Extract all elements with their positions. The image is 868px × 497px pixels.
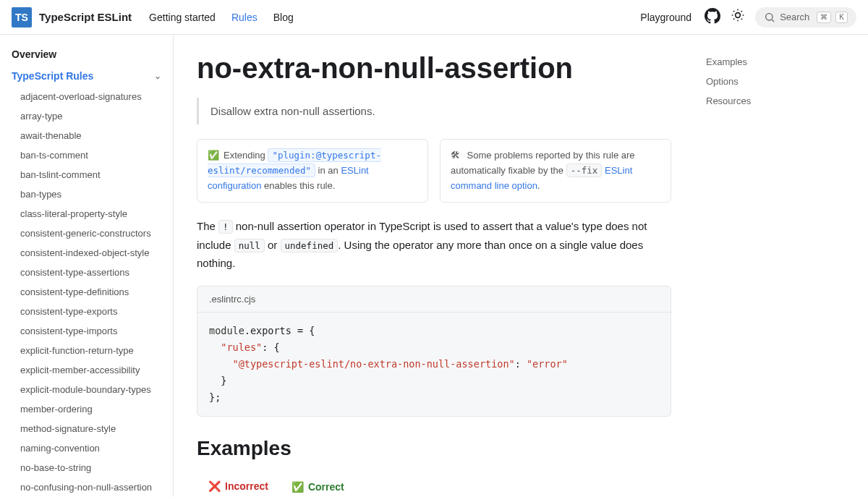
sidebar-rule-item[interactable]: explicit-member-accessibility (0, 360, 173, 380)
sidebar-rule-item[interactable]: ban-types (0, 184, 173, 204)
svg-point-1 (766, 13, 773, 20)
sidebar-rule-item[interactable]: member-ordering (0, 399, 173, 419)
admonition-fixable: 🛠 Some problems reported by this rule ar… (440, 139, 671, 203)
toc-resources[interactable]: Resources (706, 91, 842, 111)
brand-text: TypeScript ESLint (39, 11, 132, 23)
search-label: Search (780, 12, 809, 22)
sidebar-rule-item[interactable]: consistent-type-definitions (0, 282, 173, 302)
table-of-contents: Examples Options Resources (694, 35, 854, 497)
kbd-cmd: ⌘ (817, 12, 831, 23)
navbar: TS TypeScript ESLint Getting started Rul… (0, 0, 868, 35)
chevron-down-icon: ⌄ (154, 71, 161, 81)
sidebar-rule-item[interactable]: explicit-module-boundary-types (0, 380, 173, 399)
tab-incorrect[interactable]: ❌Incorrect (197, 473, 280, 497)
logo-icon: TS (12, 7, 32, 27)
code-filename: .eslintrc.cjs (197, 286, 671, 313)
github-icon[interactable] (705, 8, 720, 27)
toc-examples[interactable]: Examples (706, 52, 842, 72)
rule-description: The ! non-null assertion operator in Typ… (197, 217, 671, 273)
nav-blog[interactable]: Blog (273, 12, 294, 23)
tab-correct[interactable]: ✅Correct (280, 473, 356, 497)
sidebar-overview[interactable]: Overview (0, 43, 173, 65)
toc-options[interactable]: Options (706, 72, 842, 91)
admonition-recommended: ✅Extending "plugin:@typescript-eslint/re… (197, 139, 428, 203)
sidebar-rule-item[interactable]: consistent-type-assertions (0, 263, 173, 282)
sidebar-rule-item[interactable]: consistent-generic-constructors (0, 224, 173, 243)
sidebar-category[interactable]: TypeScript Rules ⌄ (0, 65, 173, 87)
sidebar-category-label: TypeScript Rules (12, 70, 93, 82)
sidebar-rule-item[interactable]: await-thenable (0, 126, 173, 145)
sidebar-rule-item[interactable]: consistent-type-exports (0, 302, 173, 321)
search-icon (764, 12, 775, 23)
page-title: no-extra-non-null-assertion (197, 52, 671, 85)
sidebar-rule-item[interactable]: explicit-function-return-type (0, 341, 173, 360)
examples-heading: Examples (197, 437, 671, 460)
sidebar-rule-item[interactable]: no-confusing-non-null-assertion (0, 477, 173, 497)
sidebar-rule-item[interactable]: consistent-type-imports (0, 321, 173, 341)
theme-toggle-icon[interactable] (731, 8, 745, 26)
nav-getting-started[interactable]: Getting started (149, 12, 216, 23)
sidebar-rule-item[interactable]: method-signature-style (0, 419, 173, 438)
cross-icon: ❌ (208, 480, 221, 492)
fix-flag-code: --fix (566, 163, 603, 177)
check-icon: ✅ (208, 150, 219, 161)
nav-rules[interactable]: Rules (231, 12, 258, 23)
wrench-icon: 🛠 (451, 150, 460, 161)
sidebar-rule-item[interactable]: naming-convention (0, 438, 173, 458)
kbd-k: K (835, 12, 848, 23)
check-icon: ✅ (292, 481, 304, 493)
config-code-block: .eslintrc.cjs module.exports = { "rules"… (197, 286, 671, 417)
nav-playground[interactable]: Playground (640, 12, 692, 23)
sidebar-rule-item[interactable]: class-literal-property-style (0, 204, 173, 224)
sidebar-rule-item[interactable]: ban-ts-comment (0, 145, 173, 165)
sidebar-rule-item[interactable]: adjacent-overload-signatures (0, 87, 173, 106)
example-tabs: ❌Incorrect ✅Correct (197, 473, 671, 497)
sidebar: Overview TypeScript Rules ⌄ adjacent-ove… (0, 35, 174, 497)
rule-summary: Disallow extra non-null assertions. (197, 98, 671, 124)
main-content: no-extra-non-null-assertion Disallow ext… (174, 35, 694, 497)
sidebar-rule-item[interactable]: array-type (0, 106, 173, 126)
sidebar-rule-item[interactable]: ban-tslint-comment (0, 165, 173, 184)
config-code: module.exports = { "rules": { "@typescri… (197, 313, 671, 416)
sidebar-rule-item[interactable]: consistent-indexed-object-style (0, 243, 173, 263)
sidebar-rule-item[interactable]: no-base-to-string (0, 458, 173, 477)
search-button[interactable]: Search ⌘ K (755, 7, 856, 27)
svg-point-0 (736, 13, 741, 18)
